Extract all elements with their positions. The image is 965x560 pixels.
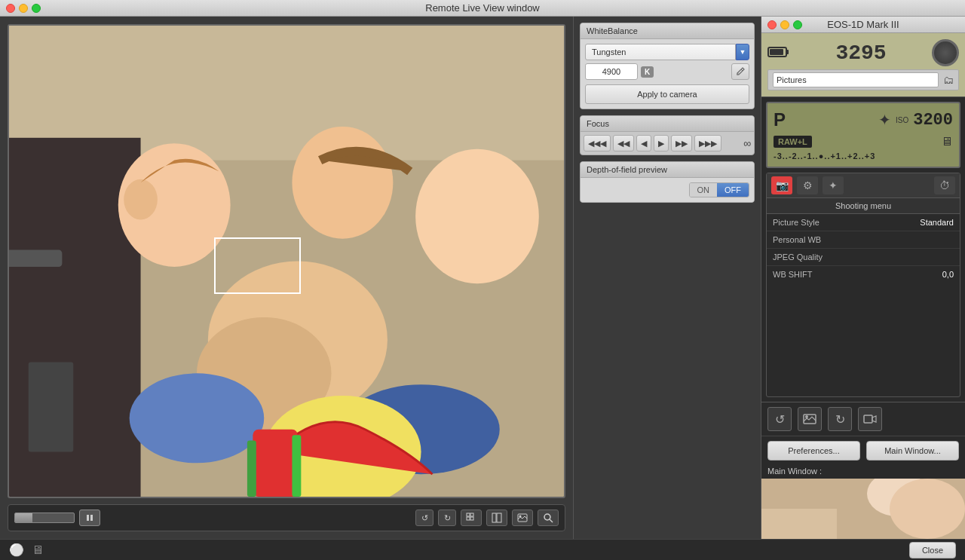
wb-select-wrapper: Tungsten ▼ bbox=[585, 44, 749, 60]
status-monitor-icon[interactable]: 🖥 bbox=[32, 543, 44, 557]
wb-shift-value[interactable]: 0,0 bbox=[942, 270, 954, 279]
svg-point-38 bbox=[805, 415, 808, 418]
sun-icon: ✦ bbox=[878, 111, 891, 129]
kelvin-row: K bbox=[585, 63, 749, 80]
video-action[interactable] bbox=[858, 407, 882, 431]
svg-rect-27 bbox=[497, 513, 501, 522]
camera-preview bbox=[761, 479, 965, 539]
svg-point-9 bbox=[124, 179, 158, 220]
app-container: Remote Live View window bbox=[0, 0, 965, 560]
traffic-lights bbox=[6, 4, 41, 13]
svg-rect-6 bbox=[9, 250, 62, 267]
focus-box bbox=[214, 237, 301, 294]
tools-tab[interactable]: ⚙ bbox=[797, 176, 818, 194]
preferences-button[interactable]: Preferences... bbox=[767, 441, 860, 461]
svg-rect-17 bbox=[253, 430, 298, 497]
split-button[interactable] bbox=[486, 510, 507, 526]
camera-traffic-lights bbox=[767, 20, 802, 29]
kelvin-input[interactable] bbox=[585, 63, 638, 80]
split-icon bbox=[492, 513, 502, 523]
maximize-traffic-light[interactable] bbox=[32, 4, 41, 13]
svg-point-30 bbox=[544, 514, 550, 520]
svg-rect-26 bbox=[492, 513, 496, 522]
focus-far-medium-button[interactable]: ◀◀ bbox=[613, 135, 634, 151]
focus-near-fast-button[interactable]: ▶▶▶ bbox=[694, 135, 721, 151]
focus-far-fast-button[interactable]: ◀◀◀ bbox=[584, 135, 611, 151]
eyedropper-button[interactable] bbox=[731, 63, 749, 80]
close-traffic-light[interactable] bbox=[6, 4, 15, 13]
rotate-left-action[interactable]: ↺ bbox=[767, 407, 792, 431]
rotate-right-action[interactable]: ↻ bbox=[828, 407, 852, 431]
svg-rect-20 bbox=[87, 515, 89, 521]
preview-svg bbox=[761, 479, 965, 539]
white-balance-header: WhiteBalance bbox=[581, 23, 754, 39]
focus-header: Focus bbox=[581, 116, 754, 132]
wb-shift-item: WB SHIFT 0,0 bbox=[767, 266, 960, 283]
camera-title-bar: EOS-1D Mark III bbox=[761, 17, 965, 33]
focus-section: Focus ◀◀◀ ◀◀ ◀ ▶ ▶▶ ▶▶▶ ∞ bbox=[580, 115, 755, 155]
wb-select-display[interactable]: Tungsten bbox=[585, 44, 736, 60]
folder-icon[interactable]: 🗂 bbox=[943, 74, 954, 86]
progress-fill bbox=[15, 513, 32, 522]
camera-info-display: 3295 🗂 bbox=[761, 33, 965, 97]
rotate-right-button[interactable]: ↻ bbox=[438, 510, 456, 526]
clock-tab[interactable]: ⏱ bbox=[934, 176, 955, 194]
svg-rect-24 bbox=[467, 517, 470, 520]
image-button[interactable] bbox=[512, 510, 533, 526]
status-bar: ⚪ 🖥 Close bbox=[0, 539, 965, 560]
camera-min-light[interactable] bbox=[780, 20, 789, 29]
lcd-row2: RAW+L 🖥 bbox=[774, 135, 953, 148]
svg-point-43 bbox=[890, 479, 965, 539]
svg-point-11 bbox=[415, 149, 539, 284]
svg-rect-21 bbox=[90, 515, 93, 521]
main-window-button[interactable]: Main Window... bbox=[866, 441, 959, 461]
battery-icon bbox=[767, 45, 790, 60]
shot-count: 3295 bbox=[835, 41, 886, 65]
picture-style-item: Picture Style Standard bbox=[767, 214, 960, 231]
photo-background bbox=[9, 26, 564, 497]
apply-to-camera-button[interactable]: Apply to camera bbox=[585, 84, 749, 104]
focus-infinity-button[interactable]: ∞ bbox=[743, 137, 751, 149]
shooting-menu-panel: 📷 ⚙ ✦ ⏱ Shooting menu Picture Style Stan… bbox=[766, 173, 960, 397]
grid-button[interactable] bbox=[461, 510, 482, 526]
image-action[interactable] bbox=[798, 407, 822, 431]
jpeg-quality-label: JPEG Quality bbox=[773, 252, 823, 262]
dof-header: Depth-of-field preview bbox=[581, 162, 754, 178]
focus-far-slow-button[interactable]: ◀ bbox=[636, 135, 651, 151]
focus-near-slow-button[interactable]: ▶ bbox=[654, 135, 669, 151]
controls-panel: WhiteBalance Tungsten ▼ K bbox=[573, 17, 761, 539]
svg-rect-36 bbox=[786, 50, 789, 54]
rotate-left-button[interactable]: ↺ bbox=[415, 510, 433, 526]
main-window-label-text: Main Window : bbox=[767, 467, 822, 476]
close-button[interactable]: Close bbox=[909, 542, 956, 558]
folder-name-input[interactable] bbox=[773, 72, 939, 87]
menu-tab-bar: 📷 ⚙ ✦ ⏱ bbox=[767, 173, 960, 198]
lcd-right: ✦ ISO 3200 bbox=[878, 111, 953, 130]
minimize-traffic-light[interactable] bbox=[19, 4, 28, 13]
dof-on-button[interactable]: ON bbox=[690, 183, 718, 197]
lv-pause-button[interactable] bbox=[79, 510, 100, 526]
camera-max-light[interactable] bbox=[793, 20, 802, 29]
kelvin-badge: K bbox=[641, 66, 654, 78]
dof-off-button[interactable]: OFF bbox=[717, 183, 749, 197]
wb-dropdown-arrow[interactable]: ▼ bbox=[736, 44, 749, 60]
white-balance-body: Tungsten ▼ K bbox=[581, 39, 754, 109]
star-tab[interactable]: ✦ bbox=[823, 176, 844, 194]
lcd-row1: P ✦ ISO 3200 bbox=[774, 109, 953, 130]
svg-rect-22 bbox=[467, 513, 470, 516]
personal-wb-item: Personal WB bbox=[767, 231, 960, 249]
body-area: ↺ ↻ bbox=[0, 17, 965, 539]
camera-tab[interactable]: 📷 bbox=[771, 176, 792, 194]
status-circle-icon[interactable]: ⚪ bbox=[9, 543, 24, 557]
focus-controls: ◀◀◀ ◀◀ ◀ ▶ ▶▶ ▶▶▶ ∞ bbox=[581, 132, 754, 155]
personal-wb-label: Personal WB bbox=[773, 235, 821, 244]
title-bar: Remote Live View window bbox=[0, 0, 965, 17]
shooting-menu-title: Shooting menu bbox=[767, 198, 960, 214]
camera-close-light[interactable] bbox=[767, 20, 777, 29]
focus-near-medium-button[interactable]: ▶▶ bbox=[671, 135, 692, 151]
wb-dropdown-row: Tungsten ▼ bbox=[585, 44, 749, 60]
zoom-button[interactable] bbox=[538, 510, 559, 526]
picture-style-value[interactable]: Standard bbox=[920, 218, 954, 227]
picture-style-label: Picture Style bbox=[773, 218, 819, 227]
camera-top-row: 3295 bbox=[767, 39, 959, 66]
